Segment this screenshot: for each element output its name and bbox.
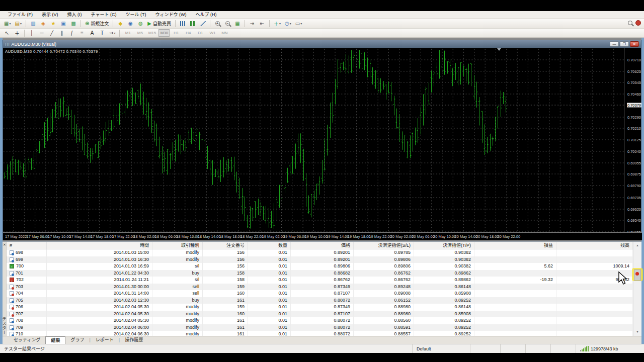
market-watch-icon[interactable]: ▥ xyxy=(29,20,38,28)
column-header-profit[interactable]: 損益 xyxy=(474,242,556,249)
timeframe-m30[interactable]: M30 xyxy=(158,29,170,37)
chart-window-titlebar[interactable]: ◫ AUDUSD,M30 (visual) — ❐ ✕ xyxy=(3,40,641,48)
timeframe-mn[interactable]: MN xyxy=(219,29,230,37)
arrows-tool-icon[interactable]: ⇝▾ xyxy=(108,29,117,37)
cell-type: modify xyxy=(152,311,203,318)
tab-結果[interactable]: 結果 xyxy=(45,336,65,344)
new-order-button[interactable]: ⊕新規注文 xyxy=(84,20,110,28)
chevron-down-icon: ▾ xyxy=(279,22,281,25)
timeframe-w1[interactable]: W1 xyxy=(207,29,218,37)
text-tool-icon[interactable]: A xyxy=(88,29,97,37)
table-row[interactable]: 7082014.02.04 05:30modify1610.010.880720… xyxy=(7,317,633,324)
table-row[interactable]: 7032014.01.30 00:00sell1590.010.873490.8… xyxy=(7,284,633,291)
templates-icon[interactable]: ▭▾ xyxy=(294,20,303,28)
menu-item[interactable]: チャート (C) xyxy=(87,11,121,19)
time-tick: 17 May 22:00 xyxy=(112,234,135,239)
channel-tool-icon[interactable]: ∥ xyxy=(57,29,66,37)
connection-icon[interactable]: ◍ xyxy=(136,20,145,28)
timeframe-m1[interactable]: M1 xyxy=(122,29,133,37)
timeframe-m15[interactable]: M15 xyxy=(146,29,157,37)
community-icon[interactable]: ◉ xyxy=(126,20,135,28)
column-header-type[interactable]: 取引種別 xyxy=(152,242,203,249)
column-header-tp[interactable]: 決済指値(T/P) xyxy=(414,242,474,249)
timeframe-h4[interactable]: H4 xyxy=(183,29,194,37)
tab-操作履歴[interactable]: 操作履歴 xyxy=(120,336,148,344)
table-row[interactable]: 7042014.01.31 14:00sell1600.010.871070.8… xyxy=(7,290,633,297)
table-row[interactable]: 6982014.01.03 15:00modify1560.010.892010… xyxy=(7,249,633,256)
table-row[interactable]: 7102014.02.04 06:30modify1610.010.880720… xyxy=(7,331,633,336)
price-tick: 0.70545 xyxy=(627,80,641,85)
time-axis[interactable]: 17 May 202217 May 06:0017 May 10:0017 Ma… xyxy=(3,232,642,240)
text-label-tool-icon[interactable]: T xyxy=(98,29,107,37)
new-chart-icon[interactable]: ▦▾ xyxy=(3,20,12,28)
periods-icon[interactable]: ◷▾ xyxy=(283,20,293,28)
vertical-scrollbar[interactable]: ▲ ▼ xyxy=(633,242,641,336)
table-row[interactable]: 7052014.02.03 12:30buy1610.010.880720.86… xyxy=(7,297,633,304)
scroll-down-icon[interactable]: ▼ xyxy=(633,328,641,336)
chart-candlesticks-icon[interactable] xyxy=(188,20,197,28)
tile-windows-icon[interactable]: ▦ xyxy=(233,20,242,28)
column-header-price[interactable]: 価格 xyxy=(291,242,354,249)
timeframe-h1[interactable]: H1 xyxy=(171,29,182,37)
table-row[interactable]: 7062014.02.04 05:30modify1590.010.873490… xyxy=(7,304,633,311)
table-row[interactable]: ↑7002014.01.03 16:59s/l1560.010.898060.8… xyxy=(7,263,633,270)
cell-tp: 0.89862 xyxy=(414,270,474,277)
tab-セッティング[interactable]: セッティング xyxy=(9,336,45,344)
metaeditor-icon[interactable]: ◆ xyxy=(116,20,125,28)
chart-shift-icon[interactable]: ⇤ xyxy=(258,20,267,28)
table-row[interactable]: 7012014.01.22 04:30buy1580.010.886820.86… xyxy=(7,270,633,277)
table-row[interactable]: 7072014.02.04 05:30modify1600.010.871070… xyxy=(7,311,633,318)
chart-bars-icon[interactable] xyxy=(178,20,187,28)
cycle-lines-tool-icon[interactable]: ≡ xyxy=(77,29,87,37)
tab-レポート[interactable]: レポート xyxy=(91,336,119,344)
crosshair-tool-icon[interactable]: ＋ xyxy=(13,29,22,37)
price-tick: 0.70460 xyxy=(627,92,641,97)
price-axis[interactable]: 0.707100.706250.705450.704600.702900.702… xyxy=(624,48,642,232)
trendline-tool-icon[interactable]: ╱ xyxy=(47,29,56,37)
restore-button[interactable]: ❐ xyxy=(620,41,629,47)
minimize-button[interactable]: — xyxy=(610,41,619,47)
column-header-volume[interactable]: 数量 xyxy=(248,242,291,249)
price-tick: 0.70210 xyxy=(627,126,641,131)
column-header-id[interactable]: # xyxy=(7,242,47,249)
scroll-up-icon[interactable]: ▲ xyxy=(633,242,641,249)
column-header-balance[interactable]: 残高 xyxy=(556,242,633,249)
price-chart[interactable] xyxy=(3,48,624,232)
search-icon[interactable] xyxy=(628,21,632,25)
terminal-icon[interactable]: ▣ xyxy=(59,20,68,28)
chart-line-icon[interactable] xyxy=(198,20,207,28)
data-window-icon[interactable]: ◈ xyxy=(39,20,48,28)
auto-trading-button[interactable]: ▶自動売買 xyxy=(146,20,173,28)
zoom-in-icon[interactable]: + xyxy=(213,20,222,28)
strategy-tester-icon[interactable]: ▩ xyxy=(69,20,78,28)
close-button[interactable]: ✕ xyxy=(630,41,639,47)
fibonacci-tool-icon[interactable]: ƒ xyxy=(67,29,76,37)
auto-scroll-icon[interactable]: ⇥ xyxy=(248,20,257,28)
column-header-time[interactable]: 時間 xyxy=(47,242,152,249)
column-header-sl[interactable]: 決済逆指値(S/L) xyxy=(354,242,414,249)
menu-item[interactable]: ウィンドウ (W) xyxy=(150,11,191,19)
profiles-icon[interactable]: ▤▾ xyxy=(13,20,23,28)
status-profile[interactable]: Default xyxy=(413,344,470,353)
timeframe-m5[interactable]: M5 xyxy=(134,29,145,37)
horizontal-line-tool-icon[interactable]: ─ xyxy=(37,29,46,37)
navigator-icon[interactable]: ★ xyxy=(49,20,58,28)
tester-close-icon[interactable]: ✕ xyxy=(3,242,7,247)
menu-item[interactable]: 表示 (V) xyxy=(37,11,63,19)
zoom-out-icon[interactable]: − xyxy=(223,20,232,28)
menu-item[interactable]: ヘルプ (H) xyxy=(191,11,221,19)
table-row[interactable]: ↓7022014.01.24 11:21s/l1580.010.867620.8… xyxy=(7,277,633,284)
indicators-icon[interactable]: ＋▾ xyxy=(272,20,282,28)
column-header-order[interactable]: 注文番号 xyxy=(203,242,248,249)
table-row[interactable]: 6992014.01.03 16:30modify1560.010.892010… xyxy=(7,256,633,263)
menu-item[interactable]: ツール (T) xyxy=(121,11,150,19)
tester-panel: ✕ テスター #時間取引種別注文番号数量価格決済逆指値(S/L)決済指値(T/P… xyxy=(3,241,641,336)
cursor-tool-icon[interactable]: ↖ xyxy=(3,29,12,37)
vertical-line-tool-icon[interactable]: │ xyxy=(27,29,36,37)
menu-item[interactable]: 挿入 (I) xyxy=(63,11,87,19)
tab-グラフ[interactable]: グラフ xyxy=(65,336,89,344)
timeframe-d1[interactable]: D1 xyxy=(195,29,206,37)
table-row[interactable]: 7092014.02.04 06:00modify1610.010.880720… xyxy=(7,324,633,331)
chart-area[interactable]: AUDUSD,M30 0.70444 0.70472 0.70340 0.703… xyxy=(3,48,641,240)
menu-item[interactable]: ファイル (F) xyxy=(3,11,37,19)
